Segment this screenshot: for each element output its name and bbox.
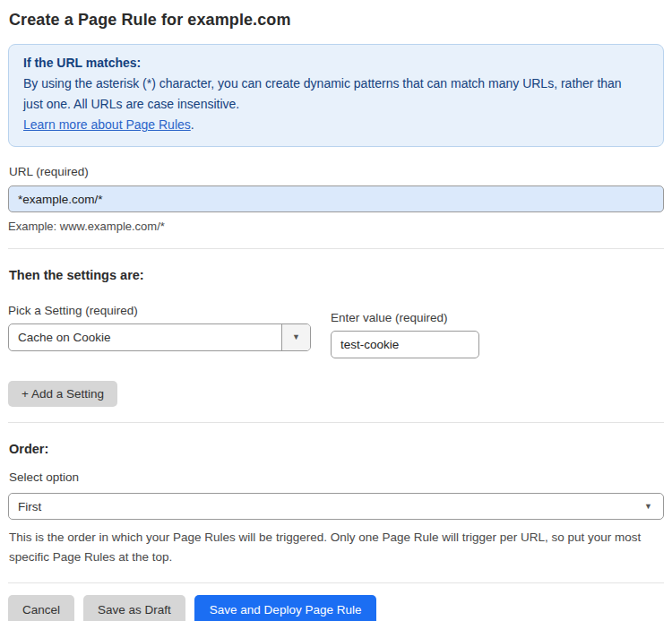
learn-more-link[interactable]: Learn more about Page Rules bbox=[23, 117, 191, 132]
page-title: Create a Page Rule for example.com bbox=[9, 11, 663, 30]
save-as-draft-button[interactable]: Save as Draft bbox=[83, 595, 185, 621]
banner-body: By using the asterisk (*) character, you… bbox=[23, 73, 633, 115]
footer-actions: Cancel Save as Draft Save and Deploy Pag… bbox=[8, 595, 664, 621]
pick-setting-label: Pick a Setting (required) bbox=[8, 304, 311, 317]
chevron-down-icon: ▼ bbox=[292, 333, 300, 341]
order-select[interactable]: First ▼ bbox=[8, 493, 664, 520]
banner-heading: If the URL matches: bbox=[23, 53, 649, 73]
order-select-value: First bbox=[18, 500, 644, 513]
cancel-button[interactable]: Cancel bbox=[8, 595, 74, 621]
order-section-heading: Order: bbox=[9, 442, 663, 456]
banner-link-line: Learn more about Page Rules. bbox=[23, 115, 649, 135]
url-example-text: Example: www.example.com/* bbox=[8, 220, 664, 233]
url-match-info-banner: If the URL matches: By using the asteris… bbox=[8, 44, 664, 147]
setting-select-arrow-segment[interactable]: ▼ bbox=[281, 324, 310, 350]
divider bbox=[8, 582, 664, 583]
save-and-deploy-button[interactable]: Save and Deploy Page Rule bbox=[194, 595, 377, 621]
chevron-down-icon: ▼ bbox=[644, 503, 652, 511]
divider bbox=[8, 422, 664, 423]
enter-value-label: Enter value (required) bbox=[331, 311, 479, 324]
pick-setting-column: Pick a Setting (required) Cache on Cooki… bbox=[8, 304, 311, 358]
banner-link-suffix: . bbox=[191, 117, 194, 132]
setting-select-value: Cache on Cookie bbox=[9, 324, 281, 350]
url-input[interactable] bbox=[8, 185, 664, 212]
order-select-label: Select option bbox=[9, 470, 663, 484]
setting-row: Pick a Setting (required) Cache on Cooki… bbox=[8, 304, 664, 358]
setting-value-input[interactable] bbox=[331, 331, 479, 358]
enter-value-column: Enter value (required) bbox=[331, 311, 479, 358]
order-help-text: This is the order in which your Page Rul… bbox=[9, 528, 654, 567]
setting-select[interactable]: Cache on Cookie ▼ bbox=[8, 323, 311, 351]
create-page-rule-form: Create a Page Rule for example.com If th… bbox=[0, 0, 672, 621]
url-field-label: URL (required) bbox=[9, 165, 663, 178]
settings-section-heading: Then the settings are: bbox=[9, 268, 663, 282]
add-setting-button[interactable]: + Add a Setting bbox=[8, 381, 117, 407]
divider bbox=[8, 248, 664, 249]
